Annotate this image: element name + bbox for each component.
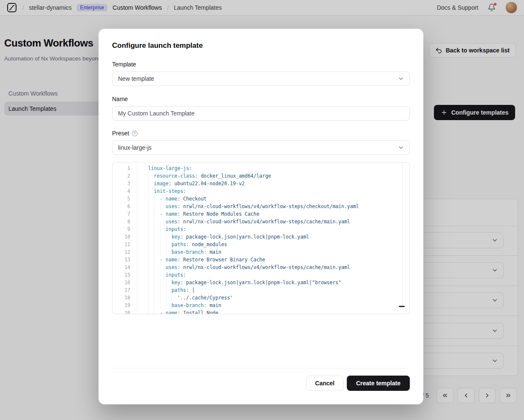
yaml-editor[interactable]: 1linux-large-js:2resource-class: docker_… xyxy=(112,162,410,314)
modal-footer: Cancel Create template xyxy=(112,376,410,391)
code-line: 20- name: Install Node xyxy=(112,309,409,314)
code-line: 5- name: Checkout xyxy=(112,195,409,203)
preset-select-value: linux-large-js xyxy=(118,144,398,151)
preset-label: Preset xyxy=(112,129,410,137)
code-line: 1linux-large-js: xyxy=(112,165,409,172)
code-line: 10key: package-lock.json|yarn.lock|pnpm-… xyxy=(112,233,409,241)
code-line: 13- name: Restore Browser Binary Cache xyxy=(112,256,409,264)
app-root: / stellar-dynamics Enterprise Custom Wor… xyxy=(0,0,524,420)
preset-label-text: Preset xyxy=(112,129,129,137)
line-number: 2 xyxy=(112,172,130,180)
line-number: 6 xyxy=(112,203,130,210)
line-number: 11 xyxy=(112,241,130,248)
line-number: 18 xyxy=(112,294,130,302)
code-line: 19base-branch: main xyxy=(112,302,409,309)
code-line: 7- name: Restore Node Modules Cache xyxy=(112,210,409,218)
name-label: Name xyxy=(112,95,410,103)
cancel-button[interactable]: Cancel xyxy=(306,376,343,391)
footer-divider xyxy=(112,368,410,368)
chevron-down-icon xyxy=(398,144,404,151)
line-number: 12 xyxy=(112,248,130,256)
code-line: 18'../.cache/Cypress' xyxy=(112,294,409,302)
template-select-value: New template xyxy=(118,75,398,82)
preset-select[interactable]: linux-large-js xyxy=(112,140,410,155)
line-number: 9 xyxy=(112,225,130,233)
template-label: Template xyxy=(112,60,410,69)
code-line: 2resource-class: docker_linux_amd64/larg… xyxy=(112,172,409,180)
code-line: 15inputs: xyxy=(112,271,409,279)
code-line: 16key: package-lock.json|yarn.lock|pnpm-… xyxy=(112,279,409,286)
code-line: 11paths: node_modules xyxy=(112,241,409,248)
code-line: 3image: ubuntu22.04-node20.19-v2 xyxy=(112,180,409,187)
line-number: 20 xyxy=(112,309,130,314)
editor-scrollbar-track xyxy=(402,162,403,314)
code-line: 14uses: nrwl/nx-cloud-workflows/v4/workf… xyxy=(112,264,409,271)
code-line: 12base-branch: main xyxy=(112,248,409,256)
code-line: 8uses: nrwl/nx-cloud-workflows/v4/workfl… xyxy=(112,218,409,225)
line-number: 17 xyxy=(112,286,130,294)
line-number: 3 xyxy=(112,180,130,187)
code-line: 6uses: nrwl/nx-cloud-workflows/v4/workfl… xyxy=(112,203,409,210)
code-line: 17paths: | xyxy=(112,286,409,294)
help-circle-icon[interactable] xyxy=(132,130,138,137)
line-number: 1 xyxy=(112,165,130,172)
line-number: 19 xyxy=(112,302,130,309)
line-number: 15 xyxy=(112,271,130,279)
create-template-button[interactable]: Create template xyxy=(347,376,410,391)
name-input[interactable] xyxy=(112,106,410,121)
editor-scrollbar-thumb[interactable] xyxy=(399,306,405,307)
configure-launch-template-modal: Configure launch template Template New t… xyxy=(99,29,423,404)
code-line: 4init-steps: xyxy=(112,187,409,195)
line-number: 14 xyxy=(112,264,130,271)
line-number: 10 xyxy=(112,233,130,241)
code-line: 9inputs: xyxy=(112,225,409,233)
modal-title: Configure launch template xyxy=(112,41,410,50)
line-number: 16 xyxy=(112,279,130,286)
line-number: 8 xyxy=(112,218,130,225)
line-number: 7 xyxy=(112,210,130,218)
chevron-down-icon xyxy=(398,75,404,82)
line-number: 5 xyxy=(112,195,130,203)
template-select[interactable]: New template xyxy=(112,71,410,86)
line-number: 4 xyxy=(112,187,130,195)
line-number: 13 xyxy=(112,256,130,264)
